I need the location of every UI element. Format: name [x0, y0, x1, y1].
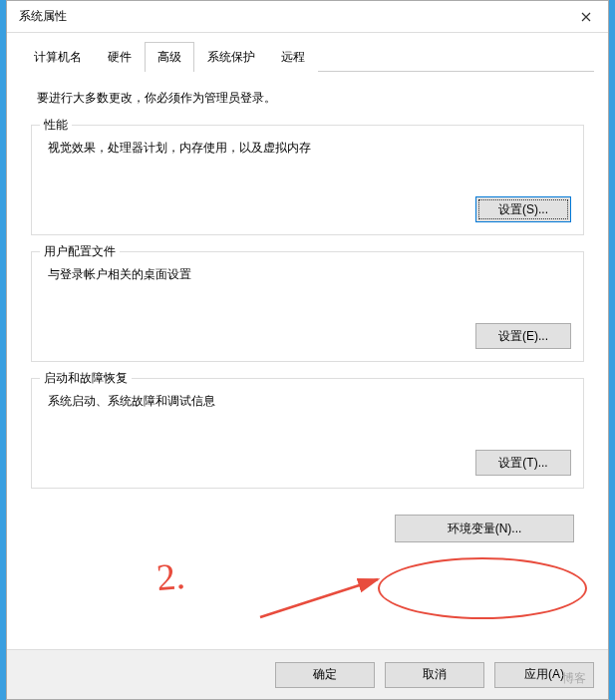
tab-hardware[interactable]: 硬件	[95, 42, 145, 72]
user-profiles-settings-button[interactable]: 设置(E)...	[475, 323, 571, 349]
group-user-profiles-title: 用户配置文件	[40, 243, 120, 260]
group-startup: 启动和故障恢复 系统启动、系统故障和调试信息 设置(T)...	[31, 378, 584, 489]
group-performance-title: 性能	[40, 117, 72, 134]
admin-message: 要进行大多数更改，你必须作为管理员登录。	[37, 90, 584, 107]
environment-variables-button[interactable]: 环境变量(N)...	[395, 515, 574, 542]
tab-strip: 计算机名 硬件 高级 系统保护 远程	[21, 41, 594, 72]
group-user-profiles: 用户配置文件 与登录帐户相关的桌面设置 设置(E)...	[31, 251, 584, 362]
desktop-edge-right	[609, 0, 615, 700]
system-properties-dialog: 系统属性 计算机名 硬件 高级 系统保护 远程 要进行大多数更改，你必须作为管理…	[6, 0, 609, 700]
cancel-button[interactable]: 取消	[385, 662, 484, 688]
tab-remote[interactable]: 远程	[268, 42, 318, 72]
group-performance: 性能 视觉效果，处理器计划，内存使用，以及虚拟内存 设置(S)...	[31, 125, 584, 235]
tab-system-protection[interactable]: 系统保护	[194, 42, 268, 72]
performance-settings-button[interactable]: 设置(S)...	[475, 196, 571, 222]
startup-settings-button[interactable]: 设置(T)...	[475, 450, 571, 476]
group-startup-title: 启动和故障恢复	[40, 370, 132, 387]
tab-advanced[interactable]: 高级	[145, 42, 194, 72]
dialog-footer: 确定 取消 应用(A)	[7, 649, 608, 699]
env-row: 环境变量(N)...	[31, 505, 584, 542]
apply-button[interactable]: 应用(A)	[494, 662, 594, 688]
tab-content: 要进行大多数更改，你必须作为管理员登录。 性能 视觉效果，处理器计划，内存使用，…	[21, 72, 594, 649]
window-title: 系统属性	[19, 8, 67, 25]
group-user-profiles-desc: 与登录帐户相关的桌面设置	[48, 266, 571, 283]
dialog-body: 计算机名 硬件 高级 系统保护 远程 要进行大多数更改，你必须作为管理员登录。 …	[7, 33, 608, 649]
tab-computer-name[interactable]: 计算机名	[21, 42, 95, 72]
group-startup-desc: 系统启动、系统故障和调试信息	[48, 393, 571, 410]
ok-button[interactable]: 确定	[275, 662, 375, 688]
close-button[interactable]	[564, 2, 608, 32]
group-performance-desc: 视觉效果，处理器计划，内存使用，以及虚拟内存	[48, 140, 571, 157]
close-icon	[581, 12, 591, 22]
titlebar: 系统属性	[7, 1, 608, 33]
